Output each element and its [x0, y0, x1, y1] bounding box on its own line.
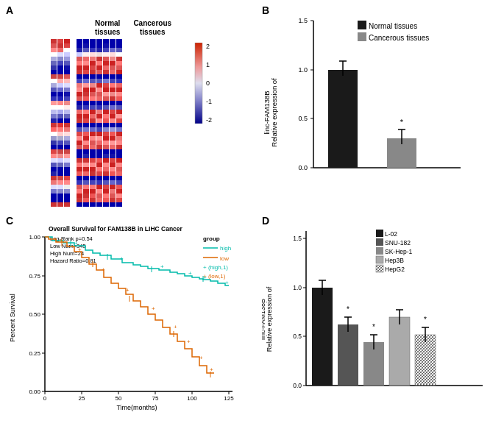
svg-rect-124	[77, 83, 82, 88]
svg-rect-323	[110, 123, 116, 127]
svg-rect-259	[96, 176, 102, 180]
svg-rect-334	[110, 171, 116, 176]
svg-rect-491	[338, 324, 358, 386]
svg-rect-143	[77, 167, 82, 171]
svg-rect-241	[96, 96, 102, 101]
svg-rect-290	[103, 145, 109, 149]
svg-rect-2	[51, 48, 57, 52]
svg-rect-179	[83, 158, 89, 163]
svg-rect-22	[51, 136, 57, 141]
svg-rect-312	[110, 74, 116, 79]
panel-b-label: B	[262, 4, 269, 16]
svg-rect-211	[90, 132, 96, 136]
svg-rect-20	[51, 127, 57, 132]
svg-text:low: low	[220, 255, 229, 262]
svg-rect-131	[77, 114, 82, 118]
svg-rect-249	[96, 132, 102, 136]
panel-b-svg: Normal tissues Cancerous tissues Relativ…	[262, 6, 490, 205]
svg-rect-151	[77, 202, 82, 207]
svg-rect-194	[90, 57, 96, 61]
panel-c-label: C	[6, 215, 13, 227]
svg-rect-69	[57, 176, 63, 180]
svg-rect-357	[116, 105, 122, 110]
svg-rect-367	[116, 149, 122, 154]
svg-rect-13	[51, 96, 57, 101]
svg-rect-112	[64, 198, 70, 202]
svg-rect-184	[83, 180, 89, 185]
svg-rect-256	[96, 163, 102, 167]
svg-rect-25	[51, 149, 57, 154]
svg-rect-38	[57, 39, 63, 43]
svg-text:100: 100	[187, 395, 197, 402]
svg-rect-14	[51, 101, 57, 105]
svg-rect-56	[57, 118, 63, 123]
svg-rect-46	[57, 74, 63, 79]
svg-rect-232	[96, 57, 102, 61]
panel-a-label: A	[6, 4, 13, 16]
svg-rect-339	[110, 194, 116, 198]
svg-rect-40	[57, 48, 63, 52]
svg-rect-499	[389, 317, 410, 386]
svg-rect-70	[57, 180, 63, 185]
svg-rect-327	[110, 141, 116, 145]
svg-rect-79	[64, 52, 70, 57]
svg-rect-200	[90, 83, 96, 88]
svg-rect-345	[116, 52, 122, 57]
svg-rect-228	[96, 39, 102, 43]
svg-text:Relative expression of: Relative expression of	[270, 78, 278, 147]
svg-rect-349	[116, 70, 122, 74]
svg-rect-366	[116, 145, 122, 149]
svg-rect-240	[96, 92, 102, 96]
svg-rect-307	[110, 52, 116, 57]
svg-rect-174	[83, 136, 89, 141]
svg-rect-244	[96, 110, 102, 114]
colorbar-svg	[194, 43, 204, 124]
svg-rect-359	[116, 114, 122, 118]
svg-rect-316	[110, 92, 116, 96]
svg-rect-35	[51, 194, 57, 198]
svg-rect-468	[376, 238, 383, 246]
svg-text:1.5: 1.5	[298, 17, 308, 24]
svg-rect-186	[83, 189, 89, 194]
svg-rect-104	[64, 163, 70, 167]
svg-rect-266	[103, 39, 109, 43]
svg-rect-118	[77, 57, 82, 61]
colorbar-label-1: 1	[206, 61, 212, 68]
svg-rect-162	[83, 83, 89, 88]
svg-rect-72	[57, 189, 63, 194]
svg-rect-365	[116, 141, 122, 145]
svg-rect-192	[90, 48, 96, 52]
svg-rect-155	[83, 52, 89, 57]
svg-rect-92	[64, 110, 70, 114]
panel-c: C Overall Survival for FAM138B in LIHC C…	[3, 213, 256, 423]
svg-rect-379	[116, 202, 122, 207]
svg-rect-107	[64, 176, 70, 180]
svg-rect-288	[103, 136, 109, 141]
svg-rect-374	[116, 180, 122, 185]
svg-rect-75	[57, 202, 63, 207]
svg-rect-164	[83, 92, 89, 96]
svg-rect-274	[103, 74, 109, 79]
svg-rect-217	[90, 158, 96, 163]
svg-rect-310	[110, 65, 116, 70]
svg-rect-198	[90, 74, 96, 79]
svg-rect-153	[83, 43, 89, 48]
svg-text:125: 125	[224, 395, 234, 402]
svg-rect-381	[358, 21, 366, 29]
svg-rect-201	[90, 88, 96, 92]
svg-rect-117	[77, 52, 82, 57]
svg-rect-61	[57, 141, 63, 145]
svg-text:1.0: 1.0	[298, 66, 308, 74]
svg-rect-257	[96, 167, 102, 171]
svg-rect-109	[64, 185, 70, 189]
svg-rect-214	[90, 145, 96, 149]
svg-rect-43	[57, 61, 63, 65]
svg-rect-341	[110, 202, 116, 207]
svg-rect-313	[110, 79, 116, 83]
svg-rect-44	[57, 65, 63, 70]
svg-text:0.75: 0.75	[29, 273, 40, 280]
svg-rect-37	[51, 202, 57, 207]
svg-rect-337	[110, 185, 116, 189]
svg-text:+: +	[120, 255, 124, 262]
svg-rect-114	[77, 39, 82, 43]
